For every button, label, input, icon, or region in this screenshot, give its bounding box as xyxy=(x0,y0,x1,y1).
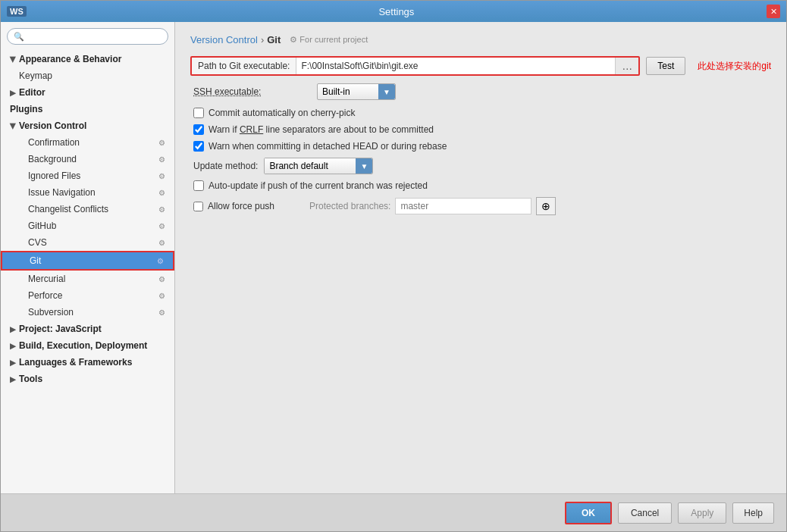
sidebar-item-label: Languages & Frameworks xyxy=(19,357,132,368)
auto-update-label: Auto-update if push of the current branc… xyxy=(209,180,428,191)
breadcrumb-parent[interactable]: Version Control xyxy=(190,34,258,45)
browse-button[interactable]: … xyxy=(615,58,638,74)
update-select[interactable]: Branch default Merge Rebase xyxy=(265,158,356,174)
sidebar-item-label: Tools xyxy=(19,374,42,384)
force-push-label: Allow force push xyxy=(208,201,274,211)
main-panel: Version Control › Git ⚙ For current proj… xyxy=(175,22,786,493)
protected-branches-input[interactable] xyxy=(395,198,531,214)
expand-icon: ▶ xyxy=(10,89,16,97)
sidebar-item-keymap[interactable]: Keymap xyxy=(1,67,174,84)
sidebar-item-languages-frameworks[interactable]: ▶ Languages & Frameworks xyxy=(1,354,174,371)
expand-icon: ▶ xyxy=(10,358,16,367)
apply-button[interactable]: Apply xyxy=(678,502,726,524)
sidebar-item-label: Perforce xyxy=(28,290,62,301)
update-dropdown[interactable]: Branch default Merge Rebase ▼ xyxy=(264,158,373,174)
sidebar-item-git[interactable]: Git ⚙ xyxy=(1,251,174,271)
auto-update-checkbox[interactable] xyxy=(193,180,204,191)
ssh-group: SSH executable: Built-in Native ▼ xyxy=(193,83,771,100)
breadcrumb-project-note: ⚙ For current project xyxy=(290,35,368,45)
sidebar-item-label: Subversion xyxy=(28,307,74,318)
sidebar-item-perforce[interactable]: Perforce ⚙ xyxy=(1,287,174,304)
protected-branches-button[interactable]: ⊕ xyxy=(536,197,556,215)
footer: OK Cancel Apply Help xyxy=(1,493,786,531)
sidebar-item-label: Background xyxy=(28,154,77,164)
ssh-dropdown[interactable]: Built-in Native ▼ xyxy=(317,83,396,100)
breadcrumb-current: Git xyxy=(267,34,281,45)
checkbox-cherry-pick: Commit automatically on cherry-pick xyxy=(193,108,771,118)
help-button[interactable]: Help xyxy=(732,502,774,524)
crlf-checkbox[interactable] xyxy=(193,124,204,135)
update-method-group: Update method: Branch default Merge Reba… xyxy=(193,158,771,174)
detached-head-checkbox[interactable] xyxy=(193,141,204,152)
update-dropdown-arrow[interactable]: ▼ xyxy=(356,158,372,174)
settings-icon: ⚙ xyxy=(158,172,165,180)
settings-icon: ⚙ xyxy=(158,189,165,197)
detached-head-label: Warn when committing in detached HEAD or… xyxy=(209,141,447,152)
sidebar-item-label: Editor xyxy=(19,87,45,98)
sidebar-item-confirmation[interactable]: Confirmation ⚙ xyxy=(1,134,174,151)
close-button[interactable]: ✕ xyxy=(767,5,780,18)
sidebar-item-tools[interactable]: ▶ Tools xyxy=(1,371,174,387)
sidebar-item-cvs[interactable]: CVS ⚙ xyxy=(1,234,174,251)
path-label: Path to Git executable: xyxy=(192,58,296,74)
sidebar-item-label: Ignored Files xyxy=(28,171,80,181)
settings-icon: ⚙ xyxy=(158,308,165,317)
breadcrumb-separator: › xyxy=(261,34,264,45)
protected-branches-label: Protected branches: xyxy=(309,201,390,211)
ok-button[interactable]: OK xyxy=(565,502,612,524)
path-field-box: Path to Git executable: … xyxy=(190,56,640,76)
sidebar-item-plugins[interactable]: Plugins xyxy=(1,101,174,117)
sidebar-item-label: Project: JavaScript xyxy=(19,324,102,334)
sidebar-item-build-execution[interactable]: ▶ Build, Execution, Deployment xyxy=(1,337,174,354)
annotation-text: 此处选择安装的git xyxy=(698,60,771,73)
checkbox-detached-head: Warn when committing in detached HEAD or… xyxy=(193,141,771,152)
checkbox-crlf: Warn if CRLF line separators are about t… xyxy=(193,124,771,135)
sidebar-item-label: GitHub xyxy=(28,221,56,231)
search-input[interactable] xyxy=(27,31,161,42)
sidebar-item-ignored-files[interactable]: Ignored Files ⚙ xyxy=(1,167,174,184)
settings-icon: ⚙ xyxy=(158,205,165,214)
ssh-dropdown-arrow[interactable]: ▼ xyxy=(378,84,395,99)
ssh-select[interactable]: Built-in Native xyxy=(318,84,378,99)
main-content: 🔍 ▶ Appearance & Behavior Keymap ▶ Edito… xyxy=(1,22,786,493)
sidebar-item-label: Issue Navigation xyxy=(28,187,96,198)
expand-icon: ▶ xyxy=(9,123,17,129)
git-path-input[interactable] xyxy=(296,58,615,74)
cherry-pick-label: Commit automatically on cherry-pick xyxy=(209,108,355,118)
settings-icon: ⚙ xyxy=(158,222,165,230)
titlebar: WS Settings ✕ xyxy=(1,1,786,22)
sidebar-item-background[interactable]: Background ⚙ xyxy=(1,151,174,167)
sidebar-item-appearance[interactable]: ▶ Appearance & Behavior xyxy=(1,51,174,67)
sidebar-item-version-control[interactable]: ▶ Version Control xyxy=(1,117,174,134)
settings-icon: ⚙ xyxy=(157,257,164,265)
sidebar-item-label: Appearance & Behavior xyxy=(19,54,121,64)
settings-icon: ⚙ xyxy=(158,239,165,247)
sidebar-item-editor[interactable]: ▶ Editor xyxy=(1,84,174,101)
crlf-label: Warn if CRLF line separators are about t… xyxy=(209,124,434,135)
sidebar-item-github[interactable]: GitHub ⚙ xyxy=(1,217,174,234)
settings-icon: ⚙ xyxy=(158,292,165,300)
cancel-button[interactable]: Cancel xyxy=(618,502,672,524)
force-push-checkbox[interactable] xyxy=(193,202,203,211)
sidebar-item-label: Keymap xyxy=(19,70,52,81)
search-box[interactable]: 🔍 xyxy=(7,28,168,45)
sidebar-item-project-javascript[interactable]: ▶ Project: JavaScript xyxy=(1,321,174,337)
sidebar-item-subversion[interactable]: Subversion ⚙ xyxy=(1,304,174,321)
window-title: Settings xyxy=(27,6,767,17)
force-push-row: Allow force push Protected branches: ⊕ xyxy=(193,197,771,215)
settings-icon: ⚙ xyxy=(158,155,165,164)
sidebar-item-label: Mercurial xyxy=(28,274,65,284)
sidebar-item-changelist-conflicts[interactable]: Changelist Conflicts ⚙ xyxy=(1,201,174,217)
ssh-label: SSH executable: xyxy=(193,86,311,97)
sidebar-item-mercurial[interactable]: Mercurial ⚙ xyxy=(1,271,174,287)
breadcrumb: Version Control › Git ⚙ For current proj… xyxy=(190,34,771,45)
app-logo: WS xyxy=(7,6,27,17)
crlf-underline: CRLF xyxy=(240,124,263,135)
update-method-label: Update method: xyxy=(193,161,258,171)
cherry-pick-checkbox[interactable] xyxy=(193,108,204,118)
sidebar-item-label: Version Control xyxy=(19,120,86,131)
expand-icon: ▶ xyxy=(10,342,16,350)
expand-icon: ▶ xyxy=(10,325,16,333)
test-button[interactable]: Test xyxy=(646,57,685,75)
sidebar-item-issue-navigation[interactable]: Issue Navigation ⚙ xyxy=(1,184,174,201)
